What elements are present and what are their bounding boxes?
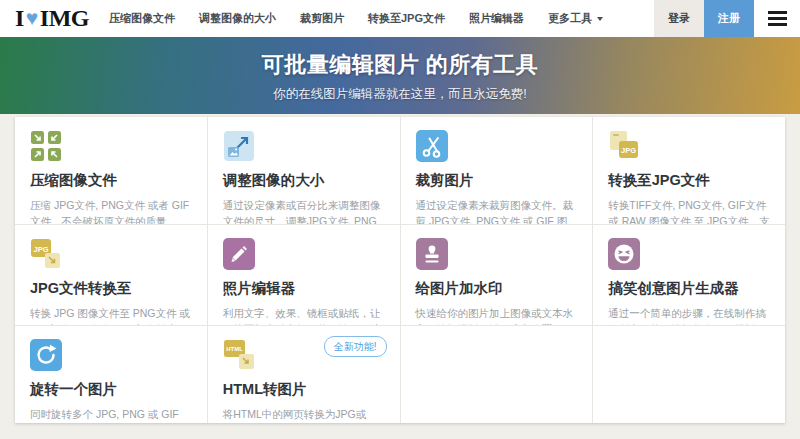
card-description: 压缩 JPG文件, PNG文件 或者 GIF文件。不会破坏原文件的质量。 bbox=[30, 197, 192, 224]
nav-label: 转换至JPG文件 bbox=[368, 11, 445, 26]
tool-card-meme-generator[interactable]: 搞笑创意图片生成器 通过一个简单的步骤，在线制作搞笑创意图片。选择你自己的模板，… bbox=[593, 225, 785, 325]
card-title: JPG文件转换至 bbox=[30, 279, 192, 298]
card-description: 通过设定像素来裁剪图像文件。裁剪 JPG文件, PNG文件 或 GIF 图像文件… bbox=[416, 197, 578, 224]
card-title: 调整图像的大小 bbox=[223, 171, 385, 190]
nav-label: 裁剪图片 bbox=[300, 11, 344, 26]
crop-scissors-icon bbox=[416, 130, 578, 162]
card-title: HTML转图片 bbox=[223, 380, 385, 399]
tool-card-crop-image[interactable]: 裁剪图片 通过设定像素来裁剪图像文件。裁剪 JPG文件, PNG文件 或 GIF… bbox=[401, 117, 593, 224]
hero-title: 可批量编辑图片 的所有工具 bbox=[0, 50, 800, 80]
tool-card-photo-editor[interactable]: 照片编辑器 利用文字、效果、镜框或贴纸，让图片更加生动有趣。使用简便的编辑工具，… bbox=[208, 225, 400, 325]
tool-card-resize-image[interactable]: 调整图像的大小 通过设定像素或百分比来调整图像文件的尺寸。调整JPG文件, PN… bbox=[208, 117, 400, 224]
card-description: 利用文字、效果、镜框或贴纸，让图片更加生动有趣。使用简便的编辑工具，满足你的创意… bbox=[223, 305, 385, 325]
tool-card-convert-to-jpg[interactable]: JPG 转换至JPG文件 转换TIFF文件, PNG文件, GIF文件 或 RA… bbox=[593, 117, 785, 224]
resize-icon bbox=[223, 130, 385, 162]
tool-card-rotate-image[interactable]: 旋转一个图片 同时旋转多个 JPG, PNG 或 GIF 图片。每次只选择横向或… bbox=[15, 326, 207, 423]
card-description: 通过一个简单的步骤，在线制作搞笑创意图片。选择你自己的模板，或者从最流行的模板中… bbox=[608, 305, 770, 325]
new-feature-badge: 全新功能! bbox=[324, 336, 387, 357]
card-description: 通过设定像素或百分比来调整图像文件的尺寸。调整JPG文件, PNG文件 或 GI… bbox=[223, 197, 385, 224]
card-title: 搞笑创意图片生成器 bbox=[608, 279, 770, 298]
logo-text-i: I bbox=[15, 5, 24, 32]
card-description: 快速给你的图片加上图像或文本水印。选择排版、透明度和位置。 bbox=[416, 305, 578, 325]
photo-editor-pencil-icon bbox=[223, 238, 385, 270]
svg-text:HTML: HTML bbox=[226, 346, 243, 352]
main-nav: 压缩图像文件 调整图像的大小 裁剪图片 转换至JPG文件 照片编辑器 更多工具 bbox=[109, 0, 603, 37]
tool-card-html-to-image[interactable]: 全新功能! HTML HTML转图片 将HTML中的网页转换为JPG或SVG。复… bbox=[208, 326, 400, 423]
card-title: 照片编辑器 bbox=[223, 279, 385, 298]
card-description: 转换TIFF文件, PNG文件, GIF文件 或 RAW 图像文件 至 JPG文… bbox=[608, 197, 770, 224]
nav-item-more-tools[interactable]: 更多工具 bbox=[548, 11, 603, 26]
card-title: 压缩图像文件 bbox=[30, 171, 192, 190]
iloveimg-logo[interactable]: I ♥ IMG bbox=[15, 0, 89, 37]
logo-text-img: IMG bbox=[40, 5, 89, 32]
hero-subtitle: 你的在线图片编辑器就在这里，而且永远免费! bbox=[0, 86, 800, 103]
card-description: 同时旋转多个 JPG, PNG 或 GIF 图片。每次只选择横向或纵向图片! bbox=[30, 406, 192, 423]
card-title: 裁剪图片 bbox=[416, 171, 578, 190]
nav-label: 照片编辑器 bbox=[469, 11, 524, 26]
chevron-down-icon bbox=[597, 17, 603, 21]
rotate-icon bbox=[30, 339, 192, 371]
nav-item-photo-editor[interactable]: 照片编辑器 bbox=[469, 11, 524, 26]
svg-text:JPG: JPG bbox=[621, 146, 636, 155]
tool-card-convert-from-jpg[interactable]: JPG JPG文件转换至 转换 JPG 图像文件至 PNG文件 或 GIF文件。… bbox=[15, 225, 207, 325]
meme-smiley-icon bbox=[608, 238, 770, 270]
card-description: 转换 JPG 图像文件至 PNG文件 或 GIF文件。用多个 JPG文件创建一个… bbox=[30, 305, 192, 325]
top-navigation-bar: I ♥ IMG 压缩图像文件 调整图像的大小 裁剪图片 转换至JPG文件 照片编… bbox=[0, 0, 800, 37]
watermark-stamp-icon bbox=[416, 238, 578, 270]
card-title: 转换至JPG文件 bbox=[608, 171, 770, 190]
hamburger-menu-icon[interactable] bbox=[754, 0, 800, 37]
register-button[interactable]: 注册 bbox=[704, 0, 754, 37]
svg-text:JPG: JPG bbox=[33, 245, 48, 254]
hero-banner: 可批量编辑图片 的所有工具 你的在线图片编辑器就在这里，而且永远免费! bbox=[0, 37, 800, 114]
empty-card-cell bbox=[593, 326, 785, 423]
nav-item-resize[interactable]: 调整图像的大小 bbox=[199, 11, 276, 26]
convert-to-jpg-icon: JPG bbox=[608, 130, 770, 162]
empty-card-cell bbox=[401, 326, 593, 423]
tool-card-watermark-image[interactable]: 给图片加水印 快速给你的图片加上图像或文本水印。选择排版、透明度和位置。 bbox=[401, 225, 593, 325]
tools-grid: 压缩图像文件 压缩 JPG文件, PNG文件 或者 GIF文件。不会破坏原文件的… bbox=[15, 117, 785, 423]
nav-item-convert-to-jpg[interactable]: 转换至JPG文件 bbox=[368, 11, 445, 26]
card-title: 给图片加水印 bbox=[416, 279, 578, 298]
nav-label: 压缩图像文件 bbox=[109, 11, 175, 26]
compress-icon bbox=[30, 130, 192, 162]
heart-icon: ♥ bbox=[26, 6, 38, 31]
nav-label: 调整图像的大小 bbox=[199, 11, 276, 26]
tool-card-compress-image[interactable]: 压缩图像文件 压缩 JPG文件, PNG文件 或者 GIF文件。不会破坏原文件的… bbox=[15, 117, 207, 224]
nav-item-compress[interactable]: 压缩图像文件 bbox=[109, 11, 175, 26]
header-actions: 登录 注册 bbox=[654, 0, 800, 37]
convert-from-jpg-icon: JPG bbox=[30, 238, 192, 270]
nav-item-crop[interactable]: 裁剪图片 bbox=[300, 11, 344, 26]
nav-label: 更多工具 bbox=[548, 11, 592, 26]
card-title: 旋转一个图片 bbox=[30, 380, 192, 399]
card-description: 将HTML中的网页转换为JPG或SVG。复制并粘贴网页的URL链接，然后单击，将… bbox=[223, 406, 385, 423]
login-button[interactable]: 登录 bbox=[654, 0, 704, 37]
